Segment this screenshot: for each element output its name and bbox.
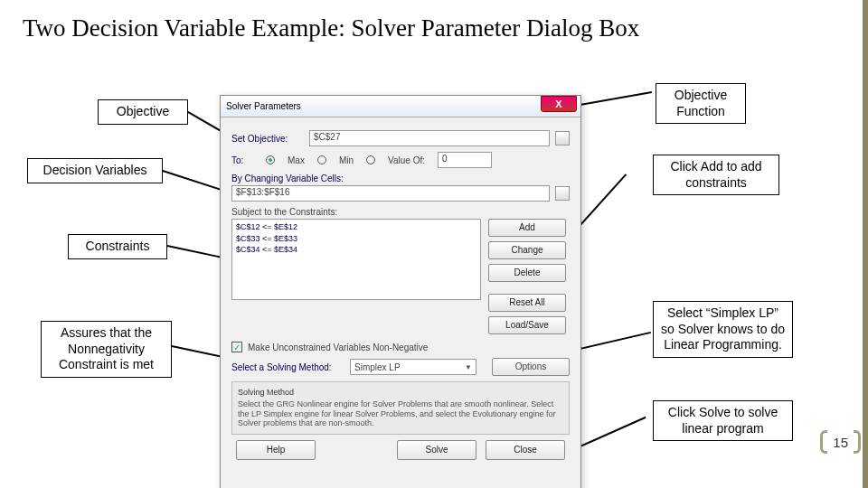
change-button[interactable]: Change [488,241,566,259]
objective-input[interactable]: $C$27 [309,130,550,146]
connector-line [163,170,228,192]
options-button[interactable]: Options [492,358,570,376]
radio-max[interactable] [266,155,275,164]
reset-all-button[interactable]: Reset All [488,294,566,312]
constraint-item[interactable]: $C$12 <= $E$12 [236,221,476,233]
load-save-button[interactable]: Load/Save [488,316,566,334]
callout-constraints: Constraints [68,234,167,259]
radio-min-label: Min [339,155,354,165]
radio-valueof[interactable] [366,155,375,164]
callout-nonnegativity: Assures that the Nonnegativity Constrain… [41,321,172,378]
help-button[interactable]: Help [236,440,316,460]
nonneg-checkbox-label: Make Unconstrained Variables Non-Negativ… [248,343,428,352]
add-button[interactable]: Add [488,219,566,237]
callout-objective: Objective [98,99,188,125]
callout-simplex-lp: Select “Simplex LP” so Solver knows to d… [653,301,793,358]
page-number-wrap: 15 [820,430,861,454]
close-button[interactable]: X [541,96,577,112]
callout-decision-variables: Decision Variables [27,158,163,183]
constraint-item[interactable]: $C$34 <= $E$34 [236,244,476,256]
range-picker-icon[interactable] [555,186,570,201]
set-objective-label: Set Objective: [231,134,304,144]
help-text: Select the GRG Nonlinear engine for Solv… [238,399,563,428]
constraint-item[interactable]: $C$33 <= $E$33 [236,233,476,245]
help-heading: Solving Method [238,388,563,398]
radio-max-label: Max [288,155,305,165]
slide-title: Two Decision Variable Example: Solver Pa… [0,0,868,50]
connector-line [167,245,228,259]
solving-method-select[interactable]: Simplex LP ▼ [350,359,476,375]
solving-method-value: Simplex LP [354,362,401,372]
dialog-title: Solver Parameters [226,101,301,111]
to-label: To: [231,155,253,165]
radio-valueof-label: Value Of: [388,155,425,165]
changing-cells-label: By Changing Variable Cells: [231,174,344,183]
solver-parameters-dialog: Solver Parameters X Set Objective: $C$27… [220,95,581,488]
solving-method-label: Select a Solving Method: [231,362,344,372]
bracket-left-icon [820,430,827,454]
nonneg-checkbox[interactable]: ✓ [231,342,242,352]
callout-click-solve: Click Solve to solve linear program [653,400,793,441]
slide-content: Objective Decision Variables Constraints… [0,50,868,474]
dialog-titlebar: Solver Parameters X [221,96,580,117]
delete-button[interactable]: Delete [488,264,566,282]
slide-side-accent [863,0,868,488]
constraints-listbox[interactable]: $C$12 <= $E$12 $C$33 <= $E$33 $C$34 <= $… [231,219,481,300]
changing-cells-input[interactable]: $F$13:$F$16 [231,185,550,202]
page-number: 15 [833,435,848,450]
valueof-input[interactable]: 0 [438,152,492,168]
bracket-right-icon [854,430,861,454]
close-dialog-button[interactable]: Close [486,440,565,460]
chevron-down-icon: ▼ [465,363,472,371]
range-picker-icon[interactable] [555,131,570,145]
callout-click-add: Click Add to add constraints [653,155,779,195]
subject-to-label: Subject to the Constraints: [231,207,337,217]
callout-objective-function: Objective Function [656,83,746,124]
solve-button[interactable]: Solve [397,440,476,460]
solving-method-help: Solving Method Select the GRG Nonlinear … [231,381,570,435]
radio-min[interactable] [317,155,326,164]
